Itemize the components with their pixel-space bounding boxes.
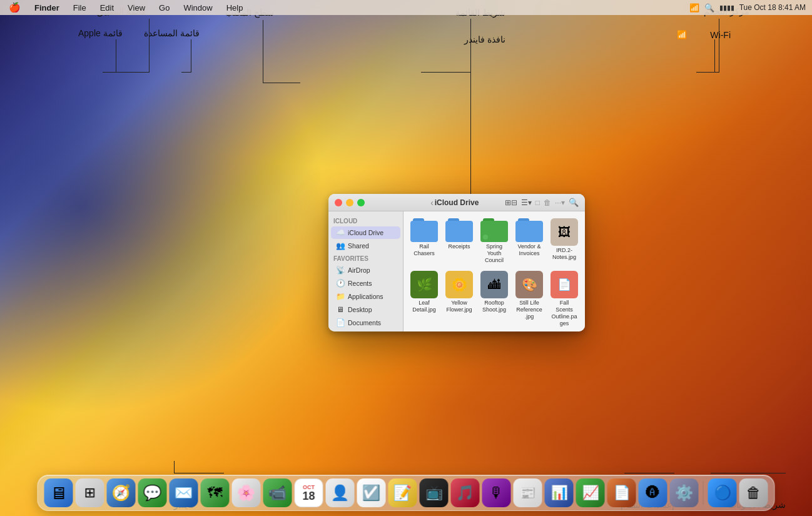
dock-pages[interactable]: 📄 bbox=[607, 478, 636, 507]
file-leaf-detail[interactable]: 🌿 Leaf Detail.jpg bbox=[409, 269, 440, 328]
finder-window-title: iCloud Drive bbox=[435, 198, 479, 207]
dock: 🖥 ⊞ 🧭 💬 ✉️ � bbox=[38, 475, 775, 511]
menubar: 🍎 Finder File Edit View Go Window Help 📶… bbox=[0, 0, 812, 15]
finder-sidebar: iCloud ☁️ iCloud Drive 👥 Shared Favorite… bbox=[328, 211, 403, 331]
window-menu-item[interactable]: Window bbox=[181, 3, 215, 13]
dock-reminders[interactable]: ☑️ bbox=[357, 478, 386, 507]
search-icon-toolbar[interactable]: 🔍 bbox=[569, 198, 579, 207]
file-rail-chasers[interactable]: Rail Chasers bbox=[409, 216, 440, 265]
file-yellow-flower[interactable]: 🌼 Yellow Flower.jpg bbox=[444, 269, 475, 328]
view-icon-list[interactable]: ☰▾ bbox=[521, 198, 532, 207]
sidebar-label-icloud-drive: iCloud Drive bbox=[348, 229, 383, 236]
annotation-help-menu: قائمة المساعدة bbox=[144, 28, 200, 38]
dock-appletv[interactable]: 📺 bbox=[420, 478, 449, 507]
sidebar-item-documents[interactable]: 📄 Documents bbox=[331, 316, 400, 329]
finder-menu-item[interactable]: Finder bbox=[32, 3, 62, 13]
date-time-display: Tue Oct 18 8:41 AM bbox=[739, 3, 806, 12]
view-icon-grid[interactable]: ⊞⊟ bbox=[505, 198, 517, 207]
traffic-lights bbox=[335, 199, 365, 206]
battery-icon: ▮▮▮▮ bbox=[719, 4, 734, 12]
view-menu-item[interactable]: View bbox=[125, 3, 148, 13]
sidebar-item-downloads[interactable]: ⬇️ Downloads bbox=[331, 330, 400, 331]
sidebar-label-documents: Documents bbox=[348, 319, 381, 326]
recents-icon: 🕐 bbox=[336, 279, 345, 288]
file-rooftop-shoot[interactable]: 🏙 Rooftop Shoot.jpg bbox=[479, 269, 510, 328]
sidebar-label-applications: Applications bbox=[348, 293, 383, 300]
finder-content: Rail Chasers Receipts bbox=[403, 211, 585, 331]
maximize-button[interactable] bbox=[357, 199, 365, 206]
desktop-icon: 🖥 bbox=[336, 305, 345, 314]
sidebar-label-airdrop: AirDrop bbox=[348, 266, 370, 274]
sidebar-section-favorites: Favorites bbox=[328, 253, 403, 263]
documents-icon: 📄 bbox=[336, 318, 345, 327]
dock-system-preferences[interactable]: ⚙️ bbox=[670, 478, 699, 507]
search-icon[interactable]: 🔍 bbox=[704, 3, 714, 13]
dock-screensaver[interactable]: 🔵 bbox=[708, 478, 737, 507]
dock-photos[interactable]: 🌸 bbox=[232, 478, 261, 507]
applications-icon: 📁 bbox=[336, 292, 345, 301]
annotation-wifi: Wi-Fi bbox=[710, 30, 731, 40]
delete-icon[interactable]: 🗑 bbox=[544, 198, 551, 207]
shared-icon: 👥 bbox=[336, 241, 345, 250]
dock-safari[interactable]: 🧭 bbox=[107, 478, 136, 507]
dock-numbers[interactable]: 📈 bbox=[576, 478, 605, 507]
dock-messages[interactable]: 💬 bbox=[138, 478, 167, 507]
dock-notes[interactable]: 📝 bbox=[388, 478, 417, 507]
airdrop-icon: 📡 bbox=[336, 266, 345, 275]
dock-calendar[interactable]: OCT18 bbox=[295, 478, 323, 507]
annotation-apple-menu: قائمة Apple bbox=[78, 28, 123, 38]
file-fall-scents[interactable]: 📄 Fall Scents Outline.pages bbox=[549, 269, 580, 328]
dock-music[interactable]: 🎵 bbox=[451, 478, 480, 507]
dock-contacts[interactable]: 👤 bbox=[326, 478, 355, 507]
sidebar-label-recents: Recents bbox=[348, 280, 372, 287]
file-vendor-invoices[interactable]: Vendor & Invoices bbox=[514, 216, 545, 265]
file-menu-item[interactable]: File bbox=[71, 3, 89, 13]
sidebar-item-shared[interactable]: 👥 Shared bbox=[331, 240, 400, 252]
sidebar-item-applications[interactable]: 📁 Applications bbox=[331, 290, 400, 303]
dock-trash[interactable]: 🗑 bbox=[739, 478, 768, 507]
share-icon[interactable]: □ bbox=[535, 198, 540, 207]
minimize-button[interactable] bbox=[346, 199, 353, 206]
dock-facetime[interactable]: 📹 bbox=[263, 478, 292, 507]
sidebar-item-recents[interactable]: 🕐 Recents bbox=[331, 277, 400, 290]
sidebar-label-desktop: Desktop bbox=[348, 306, 372, 313]
finder-titlebar: ‹ › iCloud Drive ⊞⊟ ☰▾ □ 🗑 ···▾ 🔍 bbox=[328, 194, 585, 211]
back-button[interactable]: ‹ bbox=[430, 198, 434, 208]
file-still-life[interactable]: 🎨 Still Life Reference.jpg bbox=[514, 269, 545, 328]
sidebar-item-airdrop[interactable]: 📡 AirDrop bbox=[331, 264, 400, 276]
files-grid: Rail Chasers Receipts bbox=[409, 216, 580, 331]
desktop: 🍎 Finder File Edit View Go Window Help 📶… bbox=[0, 0, 812, 516]
sidebar-item-icloud-drive[interactable]: ☁️ iCloud Drive bbox=[331, 226, 400, 239]
file-receipts[interactable]: Receipts bbox=[444, 216, 475, 265]
dock-maps[interactable]: 🗺 bbox=[201, 478, 230, 507]
annotation-finder-window: نافذة فايندر bbox=[464, 34, 505, 44]
sidebar-item-desktop[interactable]: 🖥 Desktop bbox=[331, 303, 400, 316]
dock-mail[interactable]: ✉️ bbox=[170, 478, 198, 507]
file-ird-notes[interactable]: 🖼 IRD.2-Notes.jpg bbox=[549, 216, 580, 265]
go-menu-item[interactable]: Go bbox=[156, 3, 172, 13]
icloud-drive-icon: ☁️ bbox=[336, 228, 345, 237]
finder-window: ‹ › iCloud Drive ⊞⊟ ☰▾ □ 🗑 ···▾ 🔍 iCloud… bbox=[328, 194, 585, 331]
sidebar-label-shared: Shared bbox=[348, 242, 369, 250]
dock-launchpad[interactable]: ⊞ bbox=[76, 478, 104, 507]
apple-menu-button[interactable]: 🍎 bbox=[6, 2, 23, 13]
dock-news[interactable]: 📰 bbox=[514, 478, 542, 507]
menubar-left: 🍎 Finder File Edit View Go Window Help bbox=[6, 2, 245, 13]
dock-keynote[interactable]: 📊 bbox=[545, 478, 574, 507]
edit-menu-item[interactable]: Edit bbox=[98, 3, 116, 13]
file-spring-youth[interactable]: Spring Youth Council bbox=[479, 216, 510, 265]
wifi-icon[interactable]: 📶 bbox=[689, 3, 699, 13]
dock-podcasts[interactable]: 🎙 bbox=[482, 478, 511, 507]
sidebar-section-icloud: iCloud bbox=[328, 215, 403, 226]
menubar-right: 📶 🔍 ▮▮▮▮ Tue Oct 18 8:41 AM bbox=[689, 3, 806, 13]
dock-separator bbox=[703, 481, 704, 505]
action-icon[interactable]: ···▾ bbox=[555, 198, 565, 207]
dock-appstore[interactable]: 🅐 bbox=[639, 478, 667, 507]
help-menu-item[interactable]: Help bbox=[224, 3, 246, 13]
close-button[interactable] bbox=[335, 199, 342, 206]
dock-finder[interactable]: 🖥 bbox=[44, 478, 73, 507]
finder-body: iCloud ☁️ iCloud Drive 👥 Shared Favorite… bbox=[328, 211, 585, 331]
